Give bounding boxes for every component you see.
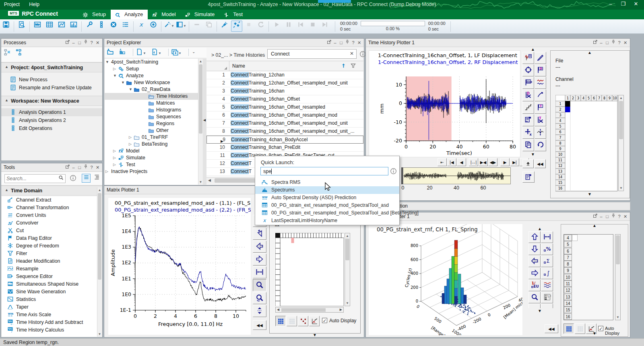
maximize-icon[interactable]: □ [604,39,610,47]
tree-item-matrices[interactable]: Matrices [105,100,198,107]
workspace-operation-item[interactable]: Analysis Operations 1 [1,108,102,116]
expand-arrow-icon[interactable]: ▷ [113,148,116,154]
close-icon[interactable]: ✕ [622,212,628,220]
trace-list-button[interactable] [522,52,534,64]
expand-arrow-icon[interactable]: ▷ [105,168,108,175]
channel-row[interactable]: 16 [564,313,613,320]
tool-item[interactable]: wwTime Axis Scale [2,311,97,319]
search-input[interactable] [4,174,66,183]
pin-icon[interactable] [610,212,616,220]
tool-item[interactable]: Convert Units [2,212,97,219]
collapse-arrow-icon[interactable]: ▼ [129,86,132,93]
tree-item-sequences[interactable]: Sequences [105,113,198,120]
step-left-button[interactable]: ◀ [457,158,466,166]
pin-icon[interactable] [344,39,350,47]
copy-pages-button[interactable] [522,139,534,151]
tool-item[interactable]: Taper [2,303,97,311]
popout-icon[interactable] [592,39,598,47]
tree-item-inactive-projects[interactable]: ▷Inactive Projects [105,168,198,175]
minimize-icon[interactable]: – [70,39,76,47]
hist-channel-list[interactable]: 45678910111213141516 [564,234,613,320]
delete-process-button[interactable] [2,48,13,60]
tools-scrollbar[interactable]: ▲▼ [97,187,102,337]
expand-arrow-icon[interactable]: ▷ [113,66,116,72]
cursor-target-button[interactable] [522,64,534,76]
scroll-icons-down[interactable]: ▼ [531,152,535,157]
clipped-button[interactable] [541,304,553,308]
grid-none-button[interactable] [575,323,585,334]
tree-item-other[interactable]: Other [105,127,198,134]
channel-grid-scrollbar[interactable]: ▲▼ [618,95,624,191]
help-icon[interactable]: ? [616,39,622,47]
auto-display-checkbox[interactable]: ✓ [322,318,327,323]
menu-help[interactable]: Help [25,0,43,9]
tree-item-time-histories[interactable]: Time Histories [105,93,198,100]
tool-item[interactable]: Simultaneous Shaped Noise [2,280,97,288]
one-over-eu-button[interactable]: 1/EU [528,280,541,291]
tree-scrollbar[interactable]: ▲▼ [198,59,203,185]
scroll-icons-up[interactable]: ▲ [531,47,535,51]
channel-row[interactable]: 4 [564,235,613,241]
overview-strip[interactable]: 0000000000000000000000000000000000000000… [403,167,511,184]
breadcrumb[interactable]: > 02_... > Time Histories [211,52,265,58]
tool-item[interactable]: Statistics [2,296,97,303]
undo-view-button[interactable] [535,139,546,151]
page-left-button[interactable] [253,241,266,253]
sum-button[interactable]: Σ [541,255,553,267]
histogram-display-button[interactable] [68,21,79,32]
new-file-button[interactable]: ▼ [136,48,146,57]
quick-launch-item[interactable]: 00_PG_strain_ext_resampled_mod_SpectralT… [255,202,399,209]
tool-item[interactable]: Degree of Freedom [2,242,97,250]
channel-row[interactable]: 14 [564,300,613,307]
channel-row[interactable]: 10 [564,274,613,280]
tool-item[interactable]: Filter [2,250,97,257]
tool-item[interactable]: Resample [2,265,97,273]
file-row[interactable]: 5ConnectTraining_16chan_Offset_resampled [206,103,363,111]
help-icon[interactable]: ? [89,39,95,47]
d-flag-button[interactable]: D [535,64,546,76]
pin-icon[interactable] [83,39,89,47]
save-button[interactable] [0,21,12,32]
clear-filter-icon[interactable]: ✕ [350,51,354,56]
shift-left-button[interactable] [528,255,541,267]
close-icon[interactable]: ✕ [95,163,101,171]
full-x-button[interactable] [253,266,266,278]
hist-channel-scroll-down[interactable]: ▼ [592,332,597,336]
tree-item-betatesting[interactable]: ▷BetaTesting [105,141,198,148]
maximize-icon[interactable]: □ [338,39,344,47]
help-icon[interactable]: ? [350,39,356,47]
integral-button[interactable]: ∫ [541,268,553,279]
selector-grid[interactable] [275,233,344,307]
popout-icon[interactable] [64,163,70,171]
overlay-bands-button[interactable] [541,280,553,291]
remove-point-button[interactable]: x [522,127,534,139]
auto-plot-button[interactable] [309,316,320,326]
minimize-icon[interactable]: – [70,163,76,171]
expand-arrow-icon[interactable]: ▷ [129,141,132,148]
grid-diag-button[interactable] [298,316,308,326]
close-icon[interactable]: ✕ [95,39,101,47]
collapse-arrow-icon[interactable]: ▼ [113,72,117,79]
file-row[interactable]: 10ConnectTraining_8chan_PreEdit [206,144,363,152]
workspace-operation-item[interactable]: Analysis Operations 2 [1,116,102,124]
hist-channel-scrollbar[interactable]: ▼ [615,234,621,320]
quick-launch-item[interactable]: xLastSpectralLimitHistoryName [255,217,399,224]
expand-arrow-icon[interactable]: ▷ [113,154,116,161]
adjust-point-button[interactable] [535,127,546,139]
maximize-button[interactable]: ❒ [617,1,629,7]
file-row[interactable]: 4ConnectTraining_16chan_Offset [206,95,363,103]
tree-item-regions[interactable]: Regions [105,120,198,127]
hide-flag-button[interactable]: D/THIDE [522,77,534,89]
workspace-operation-item[interactable]: Edit Operations [1,124,102,132]
tool-item[interactable]: Cut [2,227,97,235]
file-row[interactable]: 7ConnectTraining_16chan_Offset_resampled… [206,119,363,128]
record-button[interactable] [148,21,159,32]
tree-item-4post-switchtraining[interactable]: ▼4post_SwitchTraining [105,59,198,66]
name-column-header[interactable]: Name [232,63,245,69]
file-row[interactable]: 1ConnectTraining_12chan [206,71,363,79]
tree-item-setup[interactable]: ▷Setup [105,66,198,72]
zoom-undo-button[interactable] [253,292,266,304]
page-last-button[interactable]: ▶| [510,158,519,166]
tree-item-model[interactable]: ▷fxModel [105,148,198,154]
channel-row[interactable]: 7 [564,254,613,261]
